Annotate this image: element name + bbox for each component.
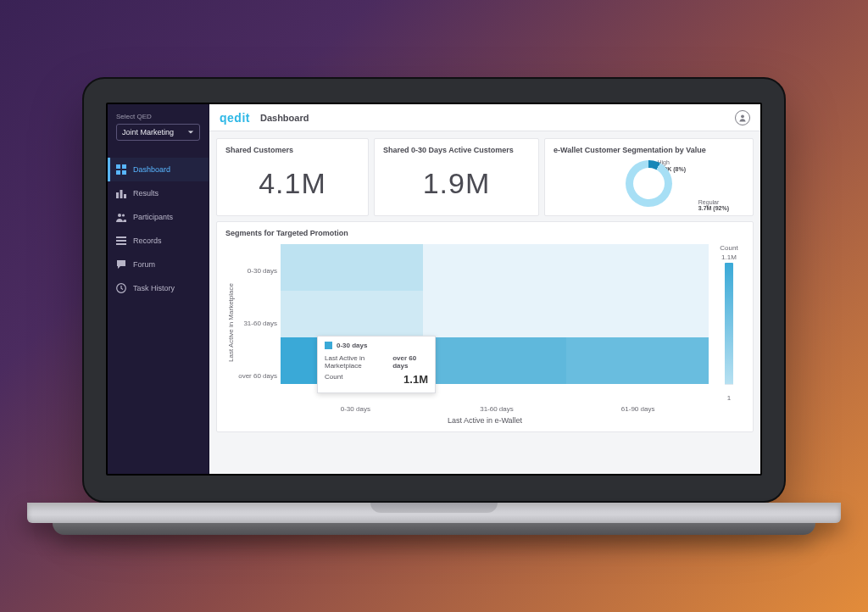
card-heatmap: Segments for Targeted Promotion Last Act… [216, 221, 754, 432]
heatmap-body: Last Active in Marketplace 0-30 days 31-… [225, 241, 744, 402]
heatmap-ylabel: Last Active in Marketplace [225, 244, 236, 402]
heatmap-cell[interactable] [566, 291, 709, 337]
svg-rect-9 [116, 236, 126, 238]
card-active-customers: Shared 0-30 Days Active Customers 1.9M [374, 138, 539, 216]
page-title: Dashboard [260, 113, 309, 123]
heatmap-cell[interactable] [423, 291, 565, 337]
sidebar-item-label: Task History [133, 284, 175, 292]
svg-point-8 [122, 214, 125, 216]
svg-rect-10 [116, 240, 126, 242]
heatmap-xaxis: 0-30 days 31-60 days 61-90 days [285, 402, 709, 413]
sidebar-item-dashboard[interactable]: Dashboard [108, 158, 209, 181]
svg-rect-5 [120, 190, 123, 198]
metric-value: 4.1M [225, 158, 359, 209]
brand-logo: qedit [220, 111, 250, 125]
heatmap-legend: Count 1.1M 1 [709, 244, 744, 402]
content: Shared Customers 4.1M Shared 0-30 Days A… [209, 131, 760, 474]
qed-select-value: Joint Marketing [122, 128, 174, 136]
heatmap-xlabel: Last Active in e-Wallet [225, 413, 744, 425]
card-title: Shared Customers [225, 146, 359, 154]
chevron-down-icon [187, 129, 194, 136]
sidebar: Select QED Joint Marketing Dashboard Res… [108, 104, 209, 474]
donut-label-regular: Regular 3.7M (92%) [698, 199, 729, 212]
laptop-base [27, 503, 841, 535]
user-icon [738, 114, 747, 122]
app-screen: Select QED Joint Marketing Dashboard Res… [106, 103, 762, 476]
qed-select-label: Select QED [116, 113, 200, 120]
card-title: Shared 0-30 Days Active Customers [383, 146, 530, 154]
sidebar-item-task-history[interactable]: Task History [108, 276, 209, 300]
card-shared-customers: Shared Customers 4.1M [216, 138, 369, 216]
legend-gradient [725, 263, 733, 392]
donut-chart: High 350K (8%) Regular 3.7M (92%) [554, 158, 744, 209]
sidebar-item-label: Dashboard [133, 165, 170, 174]
card-title: e-Wallet Customer Segmentation by Value [554, 146, 744, 154]
metrics-row: Shared Customers 4.1M Shared 0-30 Days A… [216, 138, 754, 216]
tooltip-swatch [325, 342, 332, 349]
heatmap-cell[interactable] [281, 291, 423, 337]
svg-rect-1 [122, 164, 126, 169]
svg-rect-0 [116, 164, 120, 169]
sidebar-item-label: Participants [133, 213, 173, 221]
main: qedit Dashboard Shared Customers 4.1M [209, 104, 760, 474]
sidebar-item-label: Forum [133, 260, 155, 269]
heatmap-cell[interactable] [423, 337, 565, 384]
laptop-frame: Select QED Joint Marketing Dashboard Res… [82, 77, 786, 535]
metric-value: 1.9M [383, 158, 530, 209]
svg-point-7 [118, 214, 121, 217]
svg-rect-4 [116, 192, 119, 198]
grid-icon [116, 164, 126, 175]
card-segmentation-donut: e-Wallet Customer Segmentation by Value … [544, 138, 754, 216]
heatmap-cell[interactable] [281, 244, 423, 291]
svg-point-13 [741, 114, 744, 118]
heatmap-tooltip: 0-30 days Last Active in Marketplace ove… [317, 336, 436, 393]
svg-rect-3 [122, 170, 126, 175]
sidebar-item-label: Records [133, 236, 162, 245]
svg-rect-11 [116, 243, 126, 245]
heatmap-cell[interactable] [423, 244, 565, 291]
heatmap-yaxis: 0-30 days 31-60 days over 60 days [236, 244, 281, 402]
chat-icon [116, 259, 126, 270]
qed-select[interactable]: Joint Marketing [116, 124, 200, 141]
sidebar-top: Select QED Joint Marketing [108, 104, 209, 146]
heatmap-row: Segments for Targeted Promotion Last Act… [216, 221, 754, 432]
sidebar-nav: Dashboard Results Participants Records [108, 158, 209, 474]
heatmap-cell[interactable] [566, 337, 709, 384]
svg-rect-2 [116, 170, 120, 175]
sidebar-item-label: Results [133, 189, 159, 198]
topbar: qedit Dashboard [209, 104, 760, 131]
user-avatar[interactable] [735, 110, 750, 125]
donut-ring [626, 160, 672, 207]
card-title: Segments for Targeted Promotion [225, 229, 744, 237]
clock-icon [116, 283, 126, 293]
sidebar-item-records[interactable]: Records [108, 229, 209, 253]
heatmap-cell[interactable] [566, 244, 709, 291]
svg-rect-6 [124, 194, 126, 198]
sidebar-item-forum[interactable]: Forum [108, 253, 209, 276]
list-icon [116, 236, 126, 246]
laptop-lid: Select QED Joint Marketing Dashboard Res… [82, 77, 786, 503]
bar-chart-icon [116, 188, 126, 198]
sidebar-item-results[interactable]: Results [108, 181, 209, 205]
people-icon [116, 212, 126, 222]
sidebar-item-participants[interactable]: Participants [108, 205, 209, 229]
